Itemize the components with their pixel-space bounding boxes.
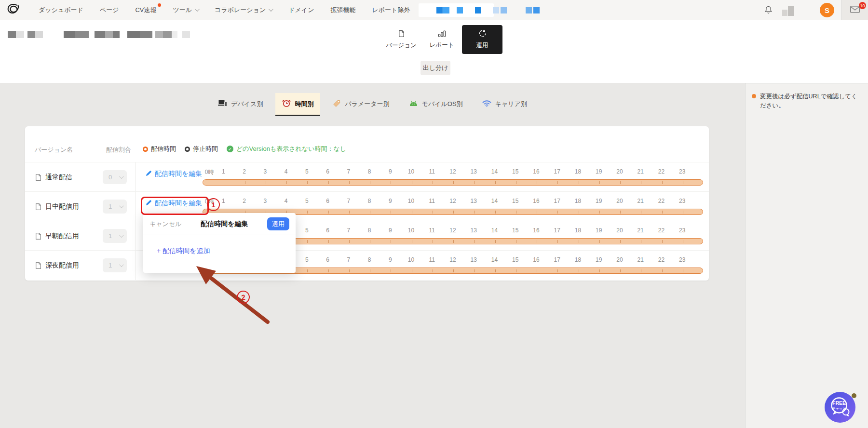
hour-label: 13	[471, 168, 477, 175]
chevron-down-icon	[269, 7, 273, 12]
hour-label: 12	[449, 227, 456, 234]
redacted-block	[443, 7, 449, 13]
legend-stopped-time: 停止時間	[185, 145, 218, 153]
tab-1[interactable]: レポート	[421, 25, 462, 54]
nav-item-1[interactable]: ページ	[100, 6, 119, 14]
hour-label: 22	[658, 168, 665, 175]
hour-label: 19	[596, 256, 602, 263]
hour-label: 23	[679, 168, 685, 175]
hour-label: 21	[637, 227, 644, 234]
redacted-block	[501, 7, 507, 13]
wifi-icon	[482, 100, 491, 108]
redacted-block	[182, 31, 190, 38]
black-ring-icon	[185, 147, 190, 152]
hour-label: 15	[512, 198, 518, 204]
redacted-block	[163, 31, 172, 38]
subtabs: デバイス別時間別パラメーター別モバイルOS別キャリア別	[0, 93, 745, 116]
redacted-block	[140, 31, 152, 38]
hour-label: 1	[222, 168, 225, 175]
table-row: 早朝配信用 1 配信時間を編集 0時1234567891011121314151…	[25, 221, 709, 251]
tab-2[interactable]: 運用	[462, 25, 502, 54]
hour-label: 18	[575, 168, 581, 175]
hour-label: 4	[285, 198, 288, 204]
hour-label: 12	[449, 168, 456, 175]
ratio-dropdown[interactable]: 0	[103, 170, 127, 184]
page-icon	[398, 30, 405, 39]
hour-label: 7	[347, 227, 350, 234]
redacted-block	[155, 31, 163, 38]
redacted-block	[75, 31, 89, 38]
hour-label: 12	[449, 198, 456, 204]
subtab-1[interactable]: 時間別	[275, 93, 320, 116]
nav-item-6[interactable]: 拡張機能	[330, 6, 355, 14]
sync-icon	[478, 29, 487, 39]
hour-label: 8	[368, 168, 371, 175]
hour-label: 20	[616, 256, 623, 263]
nav-item-2[interactable]: CV速報	[135, 6, 156, 14]
nav-item-3[interactable]: ツール	[173, 6, 199, 14]
page-icon	[35, 262, 42, 271]
subtab-2[interactable]: パラメーター別	[326, 93, 396, 116]
ratio-dropdown[interactable]: 1	[103, 229, 127, 243]
mail-strip[interactable]: 10	[841, 0, 868, 20]
hour-label: 5	[305, 256, 309, 263]
page-icon	[35, 174, 42, 183]
right-sidebar: 変更後は必ず配信URLで確認してください。	[745, 83, 868, 428]
nav-item-7[interactable]: レポート除外	[372, 6, 410, 14]
hour-label: 14	[491, 256, 498, 263]
tab-0[interactable]: バージョン	[381, 25, 421, 54]
apply-button[interactable]: 適用	[267, 217, 289, 230]
popup-title: 配信時間を編集	[182, 220, 267, 228]
chart-placeholder-icon[interactable]	[782, 5, 795, 16]
edit-delivery-time-link[interactable]: 配信時間を編集	[146, 170, 202, 178]
nav-item-5[interactable]: ドメイン	[288, 6, 314, 14]
mail-icon	[850, 6, 860, 15]
sidebar-note-text: 変更後は必ず配信URLで確認してください。	[760, 92, 861, 111]
dashout-button[interactable]: 出し分け	[420, 61, 450, 75]
version-name: 日中配信用	[45, 202, 79, 211]
nav-item-4[interactable]: コラボレーション	[215, 6, 272, 14]
chevron-down-icon	[119, 233, 124, 238]
subtab-0[interactable]: デバイス別	[211, 93, 270, 116]
cancel-button[interactable]: キャンセル	[149, 220, 182, 228]
add-delivery-time-link[interactable]: + 配信時間を追加	[157, 247, 210, 255]
hour-label: 14	[491, 198, 498, 204]
chat-label-chat: チャット	[832, 407, 846, 410]
hour-label: 0時	[205, 168, 214, 176]
hour-label: 13	[471, 256, 477, 263]
hour-label: 5	[305, 227, 309, 234]
app-logo-icon[interactable]	[6, 3, 22, 17]
hour-label: 21	[637, 198, 644, 204]
ratio-dropdown[interactable]: 1	[103, 200, 127, 214]
redacted-block	[493, 7, 499, 13]
bell-icon[interactable]	[764, 5, 773, 16]
notification-dot	[158, 3, 161, 7]
page-icon	[35, 203, 42, 213]
hour-label: 4	[285, 168, 288, 175]
hour-label: 11	[429, 227, 435, 234]
orange-ring-icon	[143, 147, 148, 152]
annotation-highlight-box	[141, 197, 209, 215]
subtab-3[interactable]: モバイルOS別	[402, 93, 470, 116]
chat-button[interactable]: FREE チャット	[825, 392, 855, 423]
timeline: 0時1234567891011121314151617181920212223	[203, 168, 703, 187]
table-row: 通常配信 0 配信時間を編集 0時12345678910111213141516…	[25, 162, 709, 192]
nav-item-0[interactable]: ダッシュボード	[39, 6, 83, 14]
pencil-icon	[146, 170, 152, 178]
annotation-arrow	[190, 260, 272, 328]
table-body: 通常配信 0 配信時間を編集 0時12345678910111213141516…	[25, 162, 709, 280]
hour-label: 20	[616, 168, 623, 175]
hour-label: 11	[429, 168, 435, 175]
hour-label: 7	[347, 168, 350, 175]
hour-label: 16	[533, 256, 539, 263]
hour-label: 6	[326, 198, 329, 204]
hour-label: 2	[243, 168, 246, 175]
sidebar-note: 変更後は必ず配信URLで確認してください。	[746, 83, 868, 111]
avatar[interactable]: S	[820, 3, 834, 17]
redacted-block	[35, 31, 43, 38]
redacted-block	[436, 7, 443, 13]
subtab-4[interactable]: キャリア別	[475, 93, 534, 116]
hour-label: 15	[512, 256, 518, 263]
hour-label: 10	[408, 168, 414, 175]
ratio-dropdown[interactable]: 1	[103, 258, 127, 272]
